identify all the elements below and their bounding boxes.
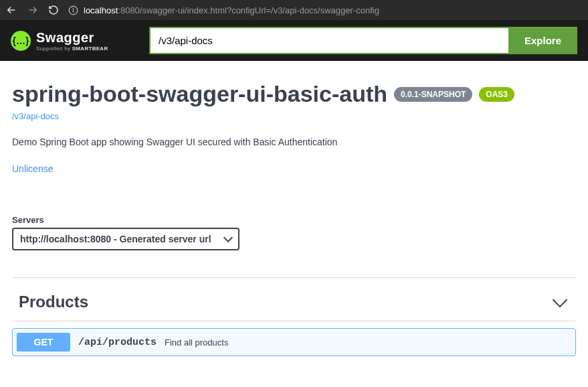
servers-select[interactable]: http://localhost:8080 - Generated server… bbox=[12, 228, 239, 250]
operation-summary: Find all products bbox=[165, 337, 228, 347]
logo-main: Swagger bbox=[36, 30, 108, 46]
swagger-logo: {…} Swagger Supported by SMARTBEAR bbox=[11, 30, 108, 52]
info-icon[interactable] bbox=[68, 5, 78, 15]
back-icon[interactable] bbox=[5, 4, 17, 16]
tag-section-products: Products GET /api/products Find all prod… bbox=[12, 277, 576, 356]
spec-url-form: Explore bbox=[149, 27, 577, 54]
explore-button[interactable]: Explore bbox=[508, 27, 577, 54]
forward-icon[interactable] bbox=[27, 4, 39, 16]
operation-get-products[interactable]: GET /api/products Find all products bbox=[12, 328, 576, 356]
api-title: spring-boot-swagger-ui-basic-auth bbox=[12, 81, 387, 107]
http-method-badge: GET bbox=[17, 333, 70, 352]
browser-nav bbox=[5, 4, 59, 16]
tag-header[interactable]: Products bbox=[12, 290, 576, 321]
servers-select-wrap: http://localhost:8080 - Generated server… bbox=[12, 228, 239, 250]
title-row: spring-boot-swagger-ui-basic-auth 0.0.1-… bbox=[12, 81, 576, 107]
spec-url-input[interactable] bbox=[149, 27, 508, 54]
url-text: localhost:8080/swagger-ui/index.html?con… bbox=[84, 5, 379, 15]
browser-toolbar: localhost:8080/swagger-ui/index.html?con… bbox=[0, 0, 588, 20]
tag-name: Products bbox=[19, 293, 88, 311]
api-description: Demo Spring Boot app showing Swagger UI … bbox=[12, 137, 576, 147]
swagger-header: {…} Swagger Supported by SMARTBEAR Explo… bbox=[0, 20, 588, 61]
swagger-logo-text: Swagger Supported by SMARTBEAR bbox=[36, 30, 108, 52]
oas-badge: OAS3 bbox=[479, 87, 514, 102]
address-bar[interactable]: localhost:8080/swagger-ui/index.html?con… bbox=[68, 5, 583, 15]
main-content: spring-boot-swagger-ui-basic-auth 0.0.1-… bbox=[0, 61, 588, 370]
servers-section: Servers http://localhost:8080 - Generate… bbox=[12, 215, 576, 250]
license-link[interactable]: Unlicense bbox=[12, 163, 53, 174]
svg-point-2 bbox=[73, 8, 74, 9]
swagger-logo-icon: {…} bbox=[11, 31, 31, 51]
operation-path: /api/products bbox=[78, 337, 157, 348]
reload-icon[interactable] bbox=[48, 5, 59, 15]
version-badge: 0.0.1-SNAPSHOT bbox=[394, 87, 472, 102]
api-docs-link[interactable]: /v3/api-docs bbox=[12, 111, 59, 121]
chevron-down-icon bbox=[553, 293, 568, 308]
logo-sub: Supported by SMARTBEAR bbox=[36, 46, 108, 52]
servers-label: Servers bbox=[12, 215, 576, 225]
